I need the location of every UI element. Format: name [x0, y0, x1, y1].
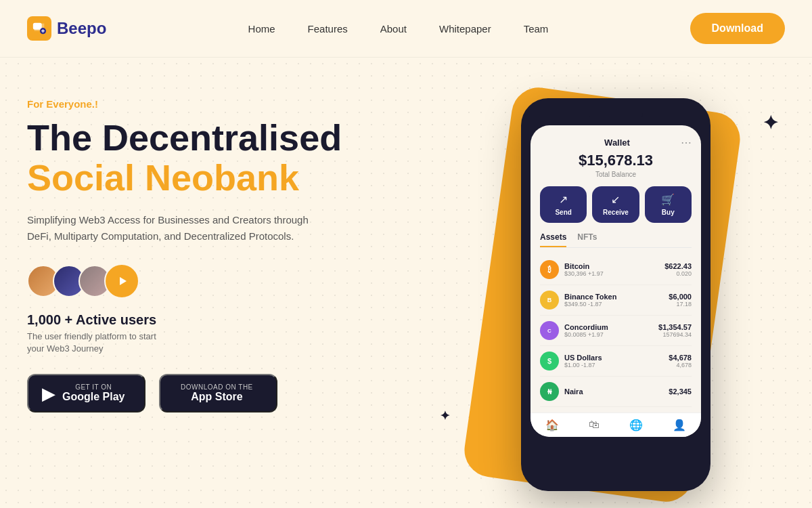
- users-desc-2: your Web3 Journey: [27, 343, 406, 355]
- phone-balance-amount: $15,678.13: [540, 152, 692, 169]
- phone-tabs: Assets NFTs: [540, 232, 692, 248]
- nav-profile-icon[interactable]: 👤: [673, 419, 686, 431]
- ngn-value: $2,345: [669, 387, 692, 396]
- send-icon: ↗: [559, 193, 568, 206]
- nav-home-icon[interactable]: 🏠: [545, 419, 559, 431]
- ngn-icon: ₦: [540, 382, 559, 401]
- ccd-value: $1,354.57: [658, 323, 692, 331]
- bnb-icon: B: [540, 291, 559, 310]
- receive-button[interactable]: ↙ Receive: [592, 186, 639, 223]
- star-small-icon: ✦: [440, 408, 450, 423]
- hero-section: For Everyone.! The Decentralised Social …: [0, 58, 812, 508]
- logo-text: Beepo: [57, 19, 106, 38]
- ngn-name: Naira: [564, 387, 583, 396]
- headline-line2: Social Neobank: [27, 158, 406, 198]
- tagline: For Everyone.!: [27, 98, 406, 110]
- buy-button[interactable]: 🛒 Buy: [645, 186, 692, 223]
- asset-row-usd: $ US Dollars $1.00 -1.87 $4,678 4,678: [540, 346, 692, 377]
- usd-amount: 4,678: [669, 362, 692, 368]
- star-large-icon: ✦: [763, 112, 778, 134]
- play-button[interactable]: [104, 263, 139, 299]
- navbar: Beepo Home Features About Whitepaper Tea…: [0, 0, 812, 58]
- svg-rect-0: [33, 23, 42, 30]
- bnb-amount: 17.18: [669, 301, 692, 308]
- nav-team[interactable]: Team: [524, 23, 549, 35]
- btc-price: $30,396 +1.97: [564, 270, 604, 277]
- app-store-button[interactable]: Download on the App Store: [159, 374, 277, 412]
- google-play-button[interactable]: ▶ GET IT ON Google Play: [27, 374, 145, 412]
- usd-price: $1.00 -1.87: [564, 362, 602, 368]
- send-button[interactable]: ↗ Send: [540, 186, 587, 223]
- app-store-text: Download on the App Store: [181, 383, 253, 403]
- asset-row-btc: ₿ Bitcoin $30,396 +1.97 $622.43 0.020: [540, 255, 692, 285]
- assets-tab[interactable]: Assets: [540, 232, 566, 247]
- asset-row-ccd: C Concordium $0.0085 +1.97 $1,354.57 157…: [540, 316, 692, 346]
- asset-row-bnb: B Binance Token $349.50 -1.87 $6,000 17.…: [540, 285, 692, 316]
- nav-shop-icon[interactable]: 🛍: [589, 419, 600, 431]
- logo[interactable]: Beepo: [27, 16, 106, 41]
- nav-about[interactable]: About: [380, 23, 407, 35]
- svg-marker-2: [120, 277, 127, 285]
- buy-icon: 🛒: [661, 193, 675, 206]
- hero-right: ✦ ✦ Wallet ⋯ $15,678.13 Total Balance: [406, 85, 785, 491]
- phone-menu-dots[interactable]: ⋯: [681, 136, 692, 149]
- avatars-row: [27, 263, 406, 299]
- btc-value: $622.43: [664, 262, 692, 270]
- asset-info-ccd: C Concordium $0.0085 +1.97: [540, 321, 608, 340]
- hero-description: Simplifying Web3 Access for Businesses a…: [27, 212, 325, 245]
- phone-bottom-nav: 🏠 🛍 🌐 👤: [531, 412, 701, 437]
- asset-info-ngn: ₦ Naira: [540, 382, 583, 401]
- bnb-name: Binance Token: [564, 293, 616, 301]
- bnb-value: $6,000: [669, 293, 692, 301]
- nav-links: Home Features About Whitepaper Team: [248, 23, 549, 35]
- asset-info-usd: $ US Dollars $1.00 -1.87: [540, 352, 602, 371]
- hero-left: For Everyone.! The Decentralised Social …: [27, 85, 406, 412]
- ccd-icon: C: [540, 321, 559, 340]
- download-button[interactable]: Download: [690, 13, 785, 44]
- nav-globe-icon[interactable]: 🌐: [629, 419, 643, 431]
- ccd-name: Concordium: [564, 323, 608, 331]
- asset-info-bnb: B Binance Token $349.50 -1.87: [540, 291, 616, 310]
- nfts-tab[interactable]: NFTs: [577, 232, 597, 247]
- usd-value: $4,678: [669, 354, 692, 362]
- receive-icon: ↙: [611, 193, 620, 206]
- phone-notch: [589, 108, 643, 121]
- phone-balance-label: Total Balance: [540, 171, 692, 178]
- btc-name: Bitcoin: [564, 262, 604, 270]
- asset-row-ngn: ₦ Naira $2,345: [540, 377, 692, 407]
- btc-icon: ₿: [540, 260, 559, 279]
- usd-name: US Dollars: [564, 354, 602, 362]
- store-buttons: ▶ GET IT ON Google Play Download on the …: [27, 374, 406, 412]
- users-count: 1,000 + Active users: [27, 312, 406, 328]
- nav-whitepaper[interactable]: Whitepaper: [439, 23, 491, 35]
- nav-features[interactable]: Features: [308, 23, 348, 35]
- phone-mockup: Wallet ⋯ $15,678.13 Total Balance ↗ Send…: [521, 98, 710, 491]
- phone-actions: ↗ Send ↙ Receive 🛒 Buy: [540, 186, 692, 223]
- logo-icon: [27, 16, 51, 41]
- google-play-text: GET IT ON Google Play: [62, 383, 125, 403]
- headline-line1: The Decentralised: [27, 118, 406, 158]
- ccd-amount: 157694.34: [658, 331, 692, 338]
- phone-screen: Wallet ⋯ $15,678.13 Total Balance ↗ Send…: [531, 125, 701, 437]
- usd-icon: $: [540, 352, 559, 371]
- google-play-icon: ▶: [42, 385, 55, 402]
- asset-info-btc: ₿ Bitcoin $30,396 +1.97: [540, 260, 604, 279]
- phone-header: Wallet ⋯: [540, 136, 692, 149]
- users-desc-1: The user friendly platform to start: [27, 331, 406, 343]
- users-info: 1,000 + Active users The user friendly p…: [27, 312, 406, 355]
- btc-amount: 0.020: [664, 270, 692, 277]
- nav-home[interactable]: Home: [248, 23, 275, 35]
- phone-wallet-title: Wallet: [554, 137, 681, 148]
- bnb-price: $349.50 -1.87: [564, 301, 616, 308]
- ccd-price: $0.0085 +1.97: [564, 331, 608, 338]
